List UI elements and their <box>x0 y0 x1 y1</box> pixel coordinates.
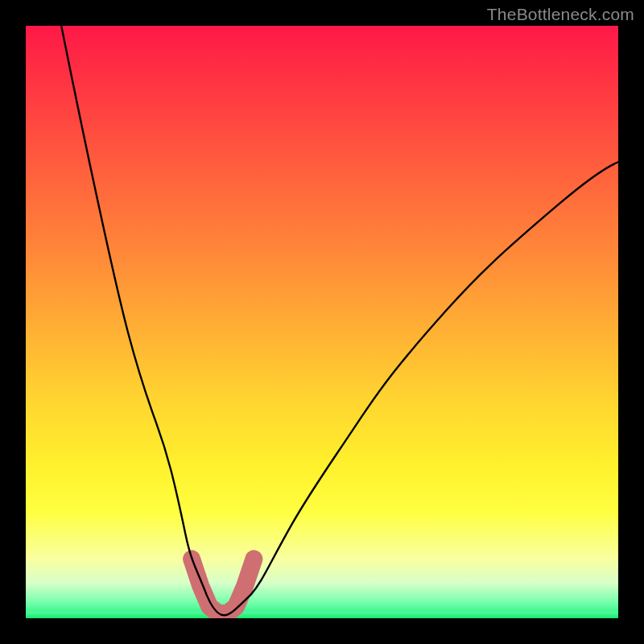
highlight-segment <box>192 559 254 613</box>
chart-stage: TheBottleneck.com <box>0 0 644 644</box>
plot-area <box>26 26 618 618</box>
watermark-text: TheBottleneck.com <box>487 5 634 24</box>
main-curve <box>61 26 618 615</box>
curve-layer <box>26 26 618 618</box>
